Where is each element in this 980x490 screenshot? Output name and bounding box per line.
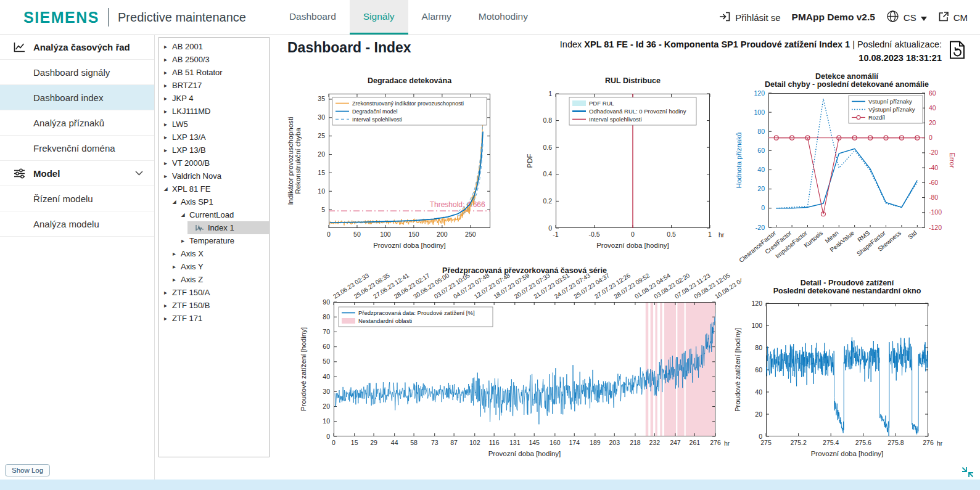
caret-down-icon: [921, 12, 927, 23]
expand-arrow-icon[interactable]: ▸: [162, 134, 170, 141]
sidebar-item-dashboard-sign-ly[interactable]: Dashboard signály: [0, 60, 154, 85]
login-button[interactable]: Přihlásit se: [719, 11, 780, 24]
cm-link[interactable]: CM: [938, 11, 968, 24]
tree-item-ztf-150-a[interactable]: ▸ZTF 150/A: [159, 286, 269, 299]
collapse-arrow-icon[interactable]: ◢: [170, 199, 178, 205]
anomaly-bands: [646, 302, 715, 436]
svg-text:-0.5: -0.5: [588, 231, 599, 238]
svg-text:20: 20: [755, 410, 762, 418]
svg-text:30: 30: [318, 113, 325, 121]
brand: SIEMENS Predictive maintenance: [0, 0, 246, 35]
expand-arrow-icon[interactable]: ▸: [162, 108, 170, 115]
show-log-button[interactable]: Show Log: [5, 464, 50, 476]
nav-item-alarmy[interactable]: Alarmy: [408, 0, 465, 35]
chart-title: Detekce anomálií: [815, 72, 879, 81]
expand-arrow-icon[interactable]: ▸: [162, 43, 170, 50]
tree-item-temperature[interactable]: ▸Temperature: [159, 234, 269, 247]
expand-arrow-icon[interactable]: ▸: [162, 56, 170, 63]
expand-arrow-icon[interactable]: ▸: [162, 95, 170, 102]
svg-text:218: 218: [630, 439, 641, 446]
sidebar-item-anal-za-p-znak[interactable]: Analýza příznaků: [0, 110, 154, 136]
tree-item-lkj111md[interactable]: ▸LKJ111MD: [159, 105, 269, 118]
svg-text:-20: -20: [929, 149, 938, 156]
tree-item-axis-sp1[interactable]: ◢Axis SP1: [159, 195, 269, 208]
login-label: Přihlásit se: [735, 12, 780, 23]
tree-item-label: Valdrich Nova: [170, 171, 224, 181]
svg-text:60: 60: [755, 366, 762, 374]
svg-text:-1: -1: [553, 231, 558, 238]
language-selector[interactable]: CS: [886, 10, 927, 25]
nav-item-dashboard[interactable]: Dashboard: [276, 0, 350, 35]
nav-item-motohodiny[interactable]: Motohodiny: [465, 0, 541, 35]
legend-label: Předzpracovaná data: Proudové zatížení […: [358, 309, 475, 316]
tree-item-axis-y[interactable]: ▸Axis Y: [159, 260, 269, 273]
nav-item-sign-ly[interactable]: Signály: [350, 0, 408, 35]
svg-text:102: 102: [469, 439, 480, 446]
expand-arrow-icon[interactable]: ▸: [170, 276, 178, 283]
expand-arrow-icon[interactable]: ▸: [170, 263, 178, 270]
chart-title: Detail chyby - poslední detekované anomá…: [765, 80, 929, 89]
tree-item-lxp-13-b[interactable]: ▸LXP 13/B: [159, 144, 269, 157]
external-link-icon: [938, 11, 949, 24]
svg-text:276: 276: [710, 439, 721, 446]
expand-arrow-icon[interactable]: ▸: [162, 160, 170, 166]
siemens-logo: SIEMENS: [23, 9, 99, 27]
tree-item-ab-2500-3[interactable]: ▸AB 2500/3: [159, 53, 269, 66]
expand-arrow-icon[interactable]: ▸: [162, 147, 170, 153]
sidebar-item-anal-za-modelu[interactable]: Analýza modelu: [0, 211, 154, 237]
sidebar-item-dashboard-index[interactable]: Dashboard index: [0, 85, 154, 110]
chart-svg-timeseries: Předzpracovaná převzorkovaná časová séri…: [285, 265, 741, 465]
globe-icon: [886, 10, 899, 25]
sidebar-item-model[interactable]: Model: [0, 161, 154, 186]
tree-item-ztf-150-b[interactable]: ▸ZTF 150/B: [159, 299, 269, 312]
tree-item-label: LXP 13/B: [170, 145, 208, 155]
sidebar-item-frekven-n-dom-na[interactable]: Frekvenční doména: [0, 136, 154, 161]
tree-item-vt-2000-b[interactable]: ▸VT 2000/B: [159, 157, 269, 169]
svg-text:150: 150: [408, 231, 419, 238]
tree-item-index-1[interactable]: Index 1: [159, 221, 269, 234]
tree-item-lw5[interactable]: ▸LW5: [159, 118, 269, 131]
svg-text:80: 80: [755, 344, 762, 351]
expand-arrow-icon[interactable]: ▸: [162, 69, 170, 76]
tree-item-ab-2001[interactable]: ▸AB 2001: [159, 40, 269, 53]
tree-item-label: CurrentLoad: [187, 210, 236, 219]
tree-item-xpl-81-fe[interactable]: ◢XPL 81 FE: [159, 182, 269, 195]
tree-item-lxp-13-a[interactable]: ▸LXP 13/A: [159, 131, 269, 144]
tree-item-brtz17[interactable]: ▸BRTZ17: [159, 79, 269, 92]
svg-text:0: 0: [326, 433, 330, 440]
tree-item-axis-x[interactable]: ▸Axis X: [159, 247, 269, 260]
tree-item-ab-51-rotator[interactable]: ▸AB 51 Rotator: [159, 66, 269, 79]
expand-arrow-icon[interactable]: ▸: [170, 250, 178, 257]
svg-text:250: 250: [465, 231, 476, 238]
tree-item-ztf-171[interactable]: ▸ZTF 171: [159, 312, 269, 325]
collapse-corner-icon[interactable]: [961, 467, 974, 478]
collapse-arrow-icon[interactable]: ◢: [179, 212, 187, 218]
svg-text:-40: -40: [929, 164, 938, 171]
expand-arrow-icon[interactable]: ▸: [162, 121, 170, 128]
svg-text:80: 80: [757, 128, 765, 135]
legend-label: PDF RUL: [589, 100, 614, 107]
series: Threshold: 4.666: [329, 120, 490, 226]
chart-svg-detail: Detail - Proudové zatíženíPoslední detek…: [731, 273, 978, 464]
svg-text:60: 60: [929, 89, 936, 97]
expand-arrow-icon[interactable]: ▸: [162, 315, 170, 322]
expand-arrow-icon[interactable]: ▸: [162, 173, 170, 179]
collapse-arrow-icon[interactable]: ◢: [162, 186, 170, 192]
sidebar-item-anal-za-asov-ch-ad[interactable]: Analýza časových řad: [0, 35, 154, 60]
expand-arrow-icon[interactable]: ▸: [162, 82, 170, 89]
expand-arrow-icon[interactable]: ▸: [162, 302, 170, 309]
export-report-icon[interactable]: [949, 41, 965, 62]
cm-label: CM: [953, 12, 968, 23]
legend-label: Výstupní příznaky: [868, 106, 915, 113]
expand-arrow-icon[interactable]: ▸: [162, 289, 170, 296]
expand-arrow-icon[interactable]: ▸: [179, 237, 187, 244]
svg-text:-100: -100: [929, 208, 942, 216]
tree-item-axis-z[interactable]: ▸Axis Z: [159, 273, 269, 286]
chevron-down-icon: [135, 171, 143, 176]
tree-item-jkp-4[interactable]: ▸JKP 4: [159, 92, 269, 105]
svg-text:40: 40: [929, 104, 936, 112]
tree-item-valdrich-nova[interactable]: ▸Valdrich Nova: [159, 169, 269, 182]
sidebar-item-zen-modelu[interactable]: Řízení modelu: [0, 186, 154, 211]
svg-text:20: 20: [929, 119, 936, 126]
tree-item-currentload[interactable]: ◢CurrentLoad: [159, 208, 269, 221]
